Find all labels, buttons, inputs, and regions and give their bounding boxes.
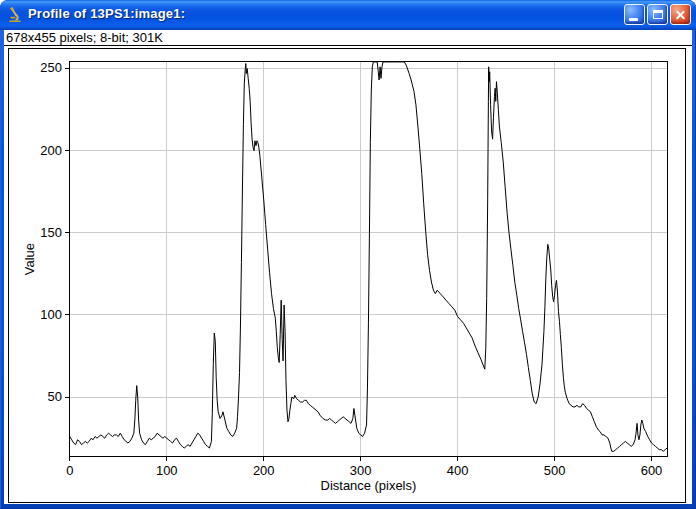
plot-canvas[interactable]: 010020030040050060050100150200250Distanc… <box>8 48 686 503</box>
x-tick-label: 300 <box>350 463 372 478</box>
x-tick-label: 600 <box>641 463 663 478</box>
minimize-button[interactable] <box>624 4 645 25</box>
window-controls <box>624 4 691 25</box>
x-tick-label: 200 <box>253 463 275 478</box>
info-separator <box>4 45 692 46</box>
y-tick-label: 100 <box>40 307 62 322</box>
plot-svg: 010020030040050060050100150200250Distanc… <box>9 49 685 502</box>
profile-line <box>70 62 667 451</box>
y-tick-label: 250 <box>40 61 62 76</box>
y-axis-title: Value <box>22 243 37 275</box>
y-tick-label: 200 <box>40 143 62 158</box>
image-info-text: 678x455 pixels; 8-bit; 301K <box>6 31 163 45</box>
titlebar[interactable]: Profile of 13PS1:image1: <box>0 0 696 30</box>
plot-window: Profile of 13PS1:image1: 678x455 pixels;… <box>0 0 696 509</box>
maximize-button[interactable] <box>647 4 668 25</box>
maximize-icon <box>653 10 663 19</box>
y-tick-label: 50 <box>47 389 61 404</box>
y-tick-label: 150 <box>40 225 62 240</box>
window-title: Profile of 13PS1:image1: <box>28 6 185 21</box>
close-button[interactable] <box>670 4 691 25</box>
window-client-area: 678x455 pixels; 8-bit; 301K 010020030040… <box>4 30 692 504</box>
x-axis-title: Distance (pixels) <box>321 478 417 493</box>
x-tick-label: 400 <box>447 463 469 478</box>
minimize-icon <box>629 18 638 21</box>
imagej-microscope-icon <box>7 7 23 23</box>
x-tick-label: 100 <box>156 463 178 478</box>
x-tick-label: 500 <box>544 463 566 478</box>
x-tick-label: 0 <box>66 463 73 478</box>
